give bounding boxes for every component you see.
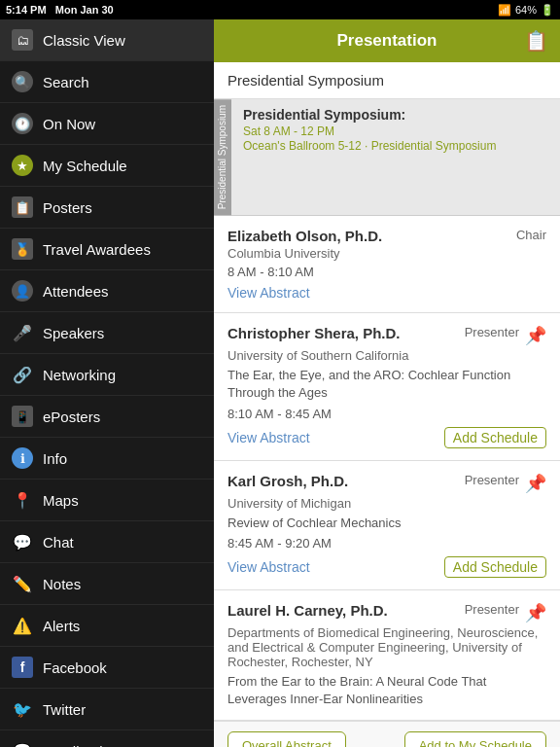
view-abstract-2[interactable]: View Abstract — [228, 559, 310, 575]
sidebar-label-alerts: Alerts — [43, 618, 80, 634]
presenter-institution-0: Columbia University — [228, 246, 546, 261]
main-body: Presidential Symposium Presidential Symp… — [214, 62, 560, 747]
sidebar-label-feedback: Feedback — [43, 743, 107, 748]
sidebar-label-eposters: ePosters — [43, 409, 100, 425]
sidebar-label-chat: Chat — [43, 534, 74, 551]
presenter-time-0: 8 AM - 8:10 AM — [228, 265, 546, 279]
sidebar-label-speakers: Speakers — [43, 325, 104, 341]
presenter-name-3: Laurel H. Carney, Ph.D. — [228, 602, 457, 619]
on-now-icon: 🕐 — [12, 113, 33, 134]
sidebar-item-notes[interactable]: ✏️ Notes — [0, 563, 214, 605]
sidebar-label-maps: Maps — [43, 492, 79, 509]
sidebar-item-on-now[interactable]: 🕐 On Now — [0, 103, 214, 145]
travel-awardees-icon: 🏅 — [12, 238, 33, 260]
session-vertical-label: Presidential Symposium — [214, 99, 231, 215]
presenter-talk-2: Review of Cochlear Mechanics — [228, 515, 546, 532]
sidebar-label-my-schedule: My Schedule — [43, 158, 127, 174]
presenter-role-3: Presenter — [465, 602, 519, 617]
presenter-header-1: Christopher Shera, Ph.D. Presenter 📌 — [228, 325, 546, 346]
presenter-actions-2: View Abstract Add Schedule — [228, 556, 546, 578]
presenter-actions-0: View Abstract — [228, 285, 546, 301]
presenter-header-3: Laurel H. Carney, Ph.D. Presenter 📌 — [228, 602, 546, 623]
alerts-icon: ⚠️ — [12, 615, 33, 636]
search-icon: 🔍 — [12, 71, 33, 92]
presenter-name-1: Christopher Shera, Ph.D. — [228, 325, 457, 341]
pin-icon-3[interactable]: 📌 — [525, 602, 546, 623]
sidebar-item-twitter[interactable]: 🐦 Twitter — [0, 689, 214, 730]
battery-level: 64% — [515, 4, 537, 16]
sidebar-item-classic-view[interactable]: 🗂 Classic View — [0, 19, 214, 61]
maps-icon: 📍 — [12, 489, 33, 511]
main-header-title: Presentation — [337, 31, 438, 51]
presenter-time-2: 8:45 AM - 9:20 AM — [228, 536, 546, 551]
sidebar-item-travel-awardees[interactable]: 🏅 Travel Awardees — [0, 229, 214, 270]
session-detail-name: Presidential Symposium: — [243, 107, 548, 123]
presenter-name-0: Elizabeth Olson, Ph.D. — [228, 228, 508, 244]
sidebar-item-networking[interactable]: 🔗 Networking — [0, 354, 214, 396]
sidebar-label-notes: Notes — [43, 576, 81, 592]
view-abstract-0[interactable]: View Abstract — [228, 285, 310, 301]
sidebar-item-search[interactable]: 🔍 Search — [0, 61, 214, 103]
sidebar-item-posters[interactable]: 📋 Posters — [0, 187, 214, 229]
sidebar-item-feedback[interactable]: 💬 Feedback — [0, 730, 214, 747]
presenter-time-1: 8:10 AM - 8:45 AM — [228, 407, 546, 421]
status-bar: 5:14 PM Mon Jan 30 📶 64% 🔋 — [0, 0, 560, 19]
presenter-actions-1: View Abstract Add Schedule — [228, 427, 546, 448]
chat-icon: 💬 — [12, 531, 33, 552]
session-detail-location: Ocean's Ballroom 5-12 · Presidential Sym… — [243, 139, 548, 153]
pin-icon-2[interactable]: 📌 — [525, 473, 546, 494]
sidebar-item-my-schedule[interactable]: ★ My Schedule — [0, 145, 214, 187]
sidebar-item-facebook[interactable]: f Facebook — [0, 647, 214, 689]
feedback-icon: 💬 — [12, 740, 33, 747]
sidebar-label-classic-view: Classic View — [43, 32, 125, 49]
presenter-institution-3: Departments of Biomedical Engineering, N… — [228, 625, 546, 669]
pin-icon-1[interactable]: 📌 — [525, 325, 546, 346]
add-to-my-schedule-button[interactable]: Add to My Schedule — [404, 731, 546, 747]
bottom-action-bar: Overall Abstract Add to My Schedule — [214, 721, 560, 747]
classic-view-icon: 🗂 — [12, 29, 33, 51]
presenter-card-3: Laurel H. Carney, Ph.D. Presenter 📌 Depa… — [214, 590, 560, 721]
presenter-header-0: Elizabeth Olson, Ph.D. Chair — [228, 228, 546, 244]
sidebar: 🗂 Classic View 🔍 Search 🕐 On Now ★ My Sc… — [0, 19, 214, 747]
overall-abstract-button[interactable]: Overall Abstract — [228, 731, 346, 747]
sidebar-item-chat[interactable]: 💬 Chat — [0, 521, 214, 563]
add-schedule-1[interactable]: Add Schedule — [444, 427, 546, 448]
battery-icon: 🔋 — [541, 4, 554, 17]
sidebar-item-speakers[interactable]: 🎤 Speakers — [0, 312, 214, 354]
presenter-header-2: Karl Grosh, Ph.D. Presenter 📌 — [228, 473, 546, 494]
attendees-icon: 👤 — [12, 280, 33, 302]
header-doc-icon[interactable]: 📋 — [524, 29, 548, 53]
session-title: Presidential Symposium — [214, 62, 560, 99]
sidebar-item-alerts[interactable]: ⚠️ Alerts — [0, 605, 214, 647]
eposters-icon: 📱 — [12, 406, 33, 427]
sidebar-label-on-now: On Now — [43, 116, 95, 132]
session-detail: Presidential Symposium Presidential Symp… — [214, 99, 560, 216]
view-abstract-1[interactable]: View Abstract — [228, 430, 310, 445]
facebook-icon: f — [12, 657, 33, 678]
sidebar-item-info[interactable]: ℹ Info — [0, 438, 214, 480]
session-detail-content: Presidential Symposium: Sat 8 AM - 12 PM… — [231, 99, 560, 215]
presenter-role-1: Presenter — [465, 325, 519, 339]
presenter-institution-2: University of Michigan — [228, 496, 546, 511]
presenter-role-2: Presenter — [465, 473, 519, 487]
sidebar-label-search: Search — [43, 74, 89, 90]
sidebar-label-attendees: Attendees — [43, 283, 109, 300]
info-icon: ℹ — [12, 447, 33, 469]
status-icons: 📶 64% 🔋 — [498, 4, 554, 17]
presenter-card-1: Christopher Shera, Ph.D. Presenter 📌 Uni… — [214, 313, 560, 460]
sidebar-item-eposters[interactable]: 📱 ePosters — [0, 396, 214, 438]
status-time: 5:14 PM Mon Jan 30 — [6, 4, 114, 16]
main-header: Presentation 📋 — [214, 19, 560, 62]
sidebar-label-networking: Networking — [43, 367, 116, 383]
twitter-icon: 🐦 — [12, 698, 33, 720]
posters-icon: 📋 — [12, 196, 33, 218]
presenter-institution-1: University of Southern California — [228, 348, 546, 363]
sidebar-item-maps[interactable]: 📍 Maps — [0, 480, 214, 521]
presenter-role-0: Chair — [516, 228, 546, 242]
sidebar-label-travel-awardees: Travel Awardees — [43, 241, 151, 258]
add-schedule-2[interactable]: Add Schedule — [444, 556, 546, 578]
sidebar-label-posters: Posters — [43, 199, 92, 216]
speakers-icon: 🎤 — [12, 322, 33, 343]
presenter-talk-1: The Ear, the Eye, and the ARO: Cochlear … — [228, 367, 546, 402]
sidebar-item-attendees[interactable]: 👤 Attendees — [0, 270, 214, 312]
